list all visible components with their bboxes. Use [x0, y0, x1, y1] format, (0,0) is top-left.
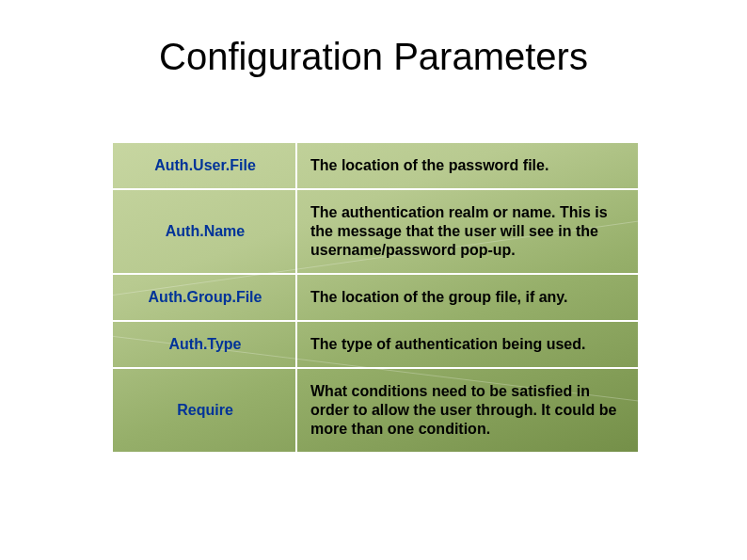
param-name: Auth.Type	[112, 321, 296, 368]
param-name: Auth.Name	[112, 189, 296, 274]
table-row: Auth.Type The type of authentication bei…	[112, 321, 639, 368]
param-desc: The location of the group file, if any.	[296, 274, 639, 321]
param-name: Require	[112, 368, 296, 453]
param-desc: The authentication realm or name. This i…	[296, 189, 639, 274]
parameters-table: Auth.User.File The location of the passw…	[111, 141, 640, 454]
table-row: Auth.Name The authentication realm or na…	[112, 189, 639, 274]
param-desc: The location of the password file.	[296, 142, 639, 189]
table-row: Auth.User.File The location of the passw…	[112, 142, 639, 189]
table-row: Auth.Group.File The location of the grou…	[112, 274, 639, 321]
param-desc: What conditions need to be satisfied in …	[296, 368, 639, 453]
slide: Configuration Parameters Auth.User.File …	[0, 0, 747, 560]
param-name: Auth.Group.File	[112, 274, 296, 321]
table-row: Require What conditions need to be satis…	[112, 368, 639, 453]
param-desc: The type of authentication being used.	[296, 321, 639, 368]
param-name: Auth.User.File	[112, 142, 296, 189]
page-title: Configuration Parameters	[0, 36, 747, 78]
